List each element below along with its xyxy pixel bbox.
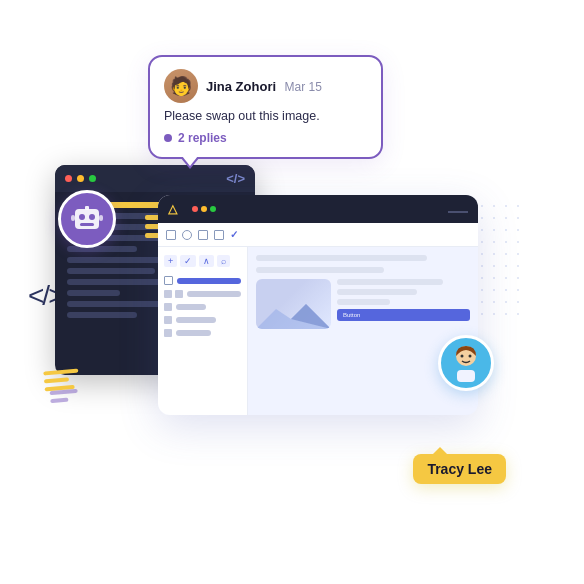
code-line [67, 268, 155, 274]
comment-date: Mar 15 [285, 80, 322, 94]
deco-line [43, 369, 78, 376]
tracy-label: Tracy Lee [427, 461, 492, 477]
mini-icon [164, 290, 172, 298]
app-logo: △ [168, 202, 177, 216]
window-dot-yellow [77, 175, 84, 182]
replies-count: 2 replies [178, 131, 227, 145]
ui-panel-header: △ [158, 195, 478, 223]
replies-row[interactable]: 2 replies [164, 131, 367, 145]
toolbar-doc-icon [198, 230, 208, 240]
ui-sidebar: + ✓ ∧ ⌕ [158, 247, 248, 415]
content-bar [256, 267, 384, 273]
comment-meta: Jina Zohori Mar 15 [206, 77, 322, 95]
toolbar-circle-icon [182, 230, 192, 240]
decorative-purple-lines [50, 389, 79, 403]
comment-header: 🧑 Jina Zohori Mar 15 [164, 69, 367, 103]
sidebar-list-item [164, 329, 241, 337]
mini-icon [175, 290, 183, 298]
svg-rect-5 [80, 223, 94, 226]
content-text-lines: Button [337, 279, 470, 321]
toolbar-lock-icon [214, 230, 224, 240]
content-bar [337, 279, 443, 285]
ui-body: + ✓ ∧ ⌕ [158, 247, 478, 415]
ui-toolbar: ✓ [158, 223, 478, 247]
up-btn[interactable]: ∧ [199, 255, 214, 267]
robot-avatar [58, 190, 116, 248]
sidebar-bar [176, 304, 206, 310]
window-dot [201, 206, 207, 212]
toolbar-check-icon: ✓ [230, 229, 238, 240]
svg-rect-6 [85, 206, 89, 210]
content-image [256, 279, 331, 329]
window-control [448, 211, 468, 213]
ui-content-area: Button [248, 247, 478, 415]
sidebar-list-item [164, 290, 241, 298]
svg-rect-12 [457, 370, 475, 382]
ui-mockup-panel: △ ✓ + ✓ ∧ ⌕ [158, 195, 478, 415]
svg-rect-8 [99, 215, 103, 221]
deco-line [50, 398, 68, 404]
code-line [67, 257, 173, 263]
window-dot-green [89, 175, 96, 182]
code-line [67, 301, 173, 307]
content-bar [337, 299, 390, 305]
tracy-tooltip: Tracy Lee [413, 454, 506, 484]
content-bar [256, 255, 427, 261]
mini-icon [164, 316, 172, 324]
sidebar-bar [177, 278, 241, 284]
sidebar-controls: + ✓ ∧ ⌕ [164, 255, 241, 267]
svg-point-11 [469, 355, 472, 358]
svg-point-4 [89, 214, 95, 220]
sidebar-bar [176, 317, 216, 323]
code-line [67, 246, 137, 252]
svg-point-10 [461, 355, 464, 358]
mini-icon [164, 303, 172, 311]
code-panel-header: </> [55, 165, 255, 192]
svg-point-3 [79, 214, 85, 220]
sidebar-list-item [164, 276, 241, 285]
code-line [67, 312, 137, 318]
avatar-face: 🧑 [164, 69, 198, 103]
sidebar-checkbox[interactable] [164, 276, 173, 285]
mini-icon [164, 329, 172, 337]
code-panel-icon: </> [226, 171, 245, 186]
sidebar-bar [176, 330, 211, 336]
action-button[interactable]: Button [337, 309, 470, 321]
sidebar-list-item [164, 316, 241, 324]
window-dot [210, 206, 216, 212]
scene: </> </> △ [0, 0, 584, 584]
toolbar-grid-icon [166, 230, 176, 240]
sidebar-bar [187, 291, 241, 297]
comment-author: Jina Zohori [206, 79, 276, 94]
content-bottom-row: Button [256, 279, 470, 329]
code-line [67, 290, 120, 296]
plus-btn[interactable]: + [164, 255, 177, 267]
avatar: 🧑 [164, 69, 198, 103]
window-dot [192, 206, 198, 212]
reply-dot-icon [164, 134, 172, 142]
comment-bubble: 🧑 Jina Zohori Mar 15 Please swap out thi… [148, 55, 383, 159]
comment-text: Please swap out this image. [164, 109, 367, 123]
sidebar-icon-row [164, 290, 183, 298]
deco-line [44, 377, 69, 383]
check-btn[interactable]: ✓ [180, 255, 196, 267]
content-bar [337, 289, 417, 295]
person-avatar [438, 335, 494, 391]
window-dot-red [65, 175, 72, 182]
search-btn[interactable]: ⌕ [217, 255, 230, 267]
sidebar-list-item [164, 303, 241, 311]
svg-rect-7 [71, 215, 75, 221]
